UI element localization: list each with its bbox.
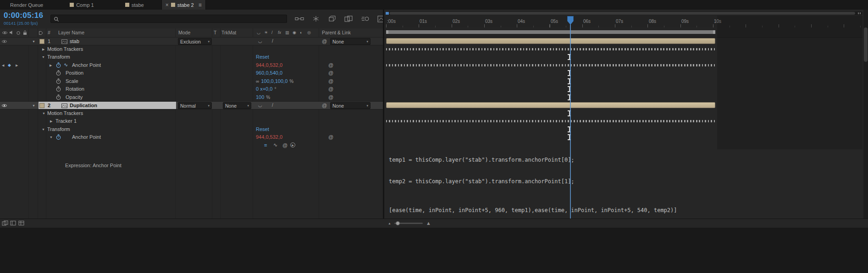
- video-eye-icon[interactable]: [1, 39, 7, 44]
- property-value[interactable]: 960,0,540,0: [256, 70, 282, 76]
- twirl-down-icon[interactable]: ▼: [42, 112, 45, 115]
- twirl-right-icon[interactable]: ▶: [50, 120, 52, 123]
- property-pickwhip-icon[interactable]: @: [328, 70, 333, 76]
- property-name[interactable]: Anchor Point: [72, 134, 101, 140]
- trkmat-dropdown[interactable]: None ▾: [223, 102, 251, 109]
- property-value[interactable]: 0 x+0,0: [256, 86, 272, 92]
- group-name[interactable]: Transform: [47, 126, 70, 132]
- reset-link[interactable]: Reset: [256, 126, 269, 132]
- navigator-grip[interactable]: [858, 12, 859, 14]
- mini-flowchart-icon[interactable]: [294, 15, 304, 22]
- property-row-anchor-point[interactable]: ◀ ◆ ▶ ▶ ∿ Anchor Point 944,0,532,0 @: [0, 61, 383, 70]
- parent-pickwhip-icon[interactable]: @: [322, 103, 327, 108]
- reset-link[interactable]: Reset: [256, 54, 269, 60]
- property-value[interactable]: 100,0,100,0: [261, 78, 287, 84]
- navigator-thumb[interactable]: [389, 12, 855, 15]
- tab-comp-1[interactable]: Comp 1: [66, 0, 98, 10]
- layer-row-duplication[interactable]: ▼ 2 Duplication Normal ▾ None ▾ ◡ / @: [0, 101, 383, 109]
- group-row-motion-trackers[interactable]: ▼ Motion Trackers: [0, 109, 383, 118]
- property-pickwhip-icon[interactable]: @: [328, 134, 333, 140]
- group-name[interactable]: Motion Trackers: [47, 46, 83, 52]
- work-area-end-handle[interactable]: [713, 30, 715, 34]
- stopwatch-icon[interactable]: [56, 86, 61, 92]
- expand-in-out-panes-icon[interactable]: [18, 220, 25, 226]
- previous-keyframe-icon[interactable]: ◀: [2, 64, 4, 67]
- group-row-motion-trackers[interactable]: ▶ Motion Trackers: [0, 45, 383, 54]
- keyframe-at-current-time-icon[interactable]: ◆: [8, 63, 11, 67]
- work-area-bar[interactable]: [386, 30, 715, 34]
- twirl-right-icon[interactable]: ▶: [50, 64, 52, 67]
- property-row-rotation[interactable]: Rotation 0 x+0,0 ° @: [0, 85, 383, 93]
- twirl-down-icon[interactable]: ▼: [42, 128, 45, 131]
- property-pickwhip-icon[interactable]: @: [328, 86, 333, 92]
- twirl-down-icon[interactable]: ▼: [32, 40, 35, 43]
- group-row-transform[interactable]: ▼ Transform Reset: [0, 53, 383, 61]
- property-row-position[interactable]: Position 960,0,540,0 @: [0, 69, 383, 77]
- stopwatch-icon[interactable]: [56, 62, 61, 68]
- parent-dropdown[interactable]: None ▾: [330, 102, 370, 109]
- property-pickwhip-icon[interactable]: @: [328, 62, 333, 68]
- group-name[interactable]: Motion Trackers: [47, 110, 83, 116]
- twirl-down-icon[interactable]: ▼: [50, 136, 53, 139]
- layer-name[interactable]: Duplication: [70, 103, 97, 108]
- expression-language-menu-icon[interactable]: ▶: [290, 142, 295, 147]
- layer-color-swatch[interactable]: [39, 39, 44, 44]
- group-name[interactable]: Transform: [47, 54, 70, 60]
- zoom-out-icon[interactable]: ▲: [388, 222, 391, 225]
- layer-color-swatch[interactable]: [39, 103, 44, 108]
- shy-layer-icon[interactable]: ◡: [258, 103, 262, 108]
- group-name[interactable]: Tracker 1: [55, 118, 77, 124]
- stopwatch-icon[interactable]: [56, 134, 61, 140]
- property-value[interactable]: 944,0,532,0: [256, 62, 282, 68]
- tab-render-queue[interactable]: Render Queue: [6, 0, 47, 10]
- shy-layer-icon[interactable]: ◡: [258, 38, 262, 44]
- video-eye-icon[interactable]: [1, 104, 7, 108]
- next-keyframe-icon[interactable]: ▶: [16, 64, 18, 67]
- twirl-down-icon[interactable]: ▼: [42, 55, 45, 59]
- expand-transfer-controls-icon[interactable]: [10, 220, 17, 226]
- vertical-scrollbar[interactable]: [863, 10, 868, 218]
- expression-line[interactable]: temp2 = thisComp.layer("stab").transform…: [389, 178, 677, 186]
- shy-layers-icon[interactable]: [311, 15, 321, 22]
- twirl-right-icon[interactable]: ▶: [42, 48, 44, 51]
- layer-row-stab[interactable]: ▼ 1 stab Exclusion ▾ ◡ / @ None ▾: [0, 37, 383, 45]
- parent-dropdown[interactable]: None ▾: [330, 38, 370, 45]
- search-box[interactable]: [50, 15, 287, 23]
- property-pickwhip-icon[interactable]: @: [328, 94, 333, 100]
- keyframe-dots[interactable]: [386, 64, 715, 66]
- enable-expression-icon[interactable]: =: [264, 142, 267, 148]
- frame-blend-icon[interactable]: [344, 15, 354, 22]
- show-post-expression-graph-icon[interactable]: ∿: [273, 142, 277, 148]
- stopwatch-icon[interactable]: [56, 78, 61, 84]
- work-area-start-handle[interactable]: [386, 30, 388, 34]
- blend-mode-dropdown[interactable]: Normal ▾: [178, 102, 212, 109]
- property-name[interactable]: Position: [66, 70, 83, 76]
- close-icon[interactable]: ×: [166, 2, 169, 8]
- panel-menu-icon[interactable]: ≡: [199, 2, 202, 8]
- property-row-opacity[interactable]: Opacity 100 % @: [0, 93, 383, 102]
- expression-line[interactable]: [ease(time, inPoint, inPoint+5, 960, tem…: [389, 207, 677, 214]
- keyframe-dots[interactable]: [386, 120, 715, 122]
- quality-icon[interactable]: /: [272, 38, 273, 44]
- layer-name[interactable]: stab: [70, 38, 79, 44]
- search-input[interactable]: [63, 16, 285, 23]
- navigator-grip[interactable]: [860, 12, 861, 14]
- group-row-transform[interactable]: ▼ Transform Reset: [0, 126, 383, 134]
- zoom-slider[interactable]: [394, 223, 423, 224]
- layer-duration-bar[interactable]: [386, 38, 715, 44]
- property-name[interactable]: Anchor Point: [72, 62, 101, 68]
- graph-overlay-icon[interactable]: ∿: [64, 62, 68, 68]
- scrollbar-thumb[interactable]: [864, 27, 868, 62]
- property-value[interactable]: 100: [256, 94, 264, 100]
- expression-line[interactable]: temp1 = thisComp.layer("stab").transform…: [389, 157, 677, 164]
- expand-layer-switches-icon[interactable]: [2, 220, 8, 226]
- blend-mode-dropdown[interactable]: Exclusion ▾: [178, 38, 212, 45]
- tab-stabe-2[interactable]: × stabe 2 ≡: [161, 0, 206, 10]
- keyframe-dots[interactable]: [386, 48, 715, 50]
- zoom-slider-thumb[interactable]: [396, 221, 400, 225]
- property-pickwhip-icon[interactable]: @: [328, 78, 333, 84]
- group-row-tracker-1[interactable]: ▶ Tracker 1: [0, 117, 383, 126]
- property-row-scale[interactable]: Scale ∞ 100,0,100,0 % @: [0, 77, 383, 86]
- property-name[interactable]: Scale: [66, 78, 78, 84]
- draft-3d-icon[interactable]: [327, 15, 337, 22]
